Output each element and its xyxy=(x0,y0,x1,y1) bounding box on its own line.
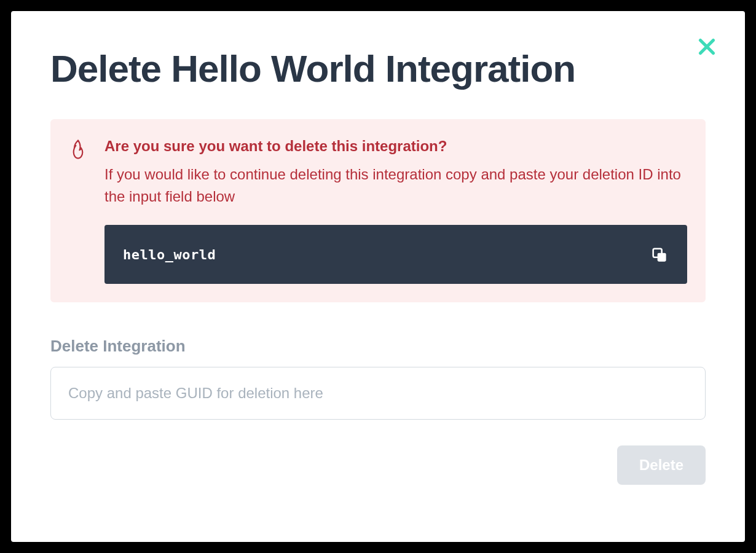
close-button[interactable] xyxy=(695,34,719,59)
deletion-id-input[interactable] xyxy=(50,367,706,420)
close-icon xyxy=(696,36,718,58)
delete-integration-modal: Delete Hello World Integration Are you s… xyxy=(11,11,745,542)
delete-button[interactable]: Delete xyxy=(617,445,706,485)
copy-button[interactable] xyxy=(649,245,669,264)
modal-title: Delete Hello World Integration xyxy=(50,48,706,90)
svg-rect-1 xyxy=(658,253,666,262)
copy-icon xyxy=(650,246,667,263)
warning-body: If you would like to continue deleting t… xyxy=(104,163,687,208)
flame-icon xyxy=(69,139,87,160)
modal-footer: Delete xyxy=(50,445,706,485)
warning-box: Are you sure you want to delete this int… xyxy=(50,119,706,302)
warning-heading: Are you sure you want to delete this int… xyxy=(104,138,687,155)
input-label: Delete Integration xyxy=(50,337,706,356)
deletion-id-block: hello_world xyxy=(104,225,687,284)
deletion-id-value: hello_world xyxy=(123,247,216,262)
